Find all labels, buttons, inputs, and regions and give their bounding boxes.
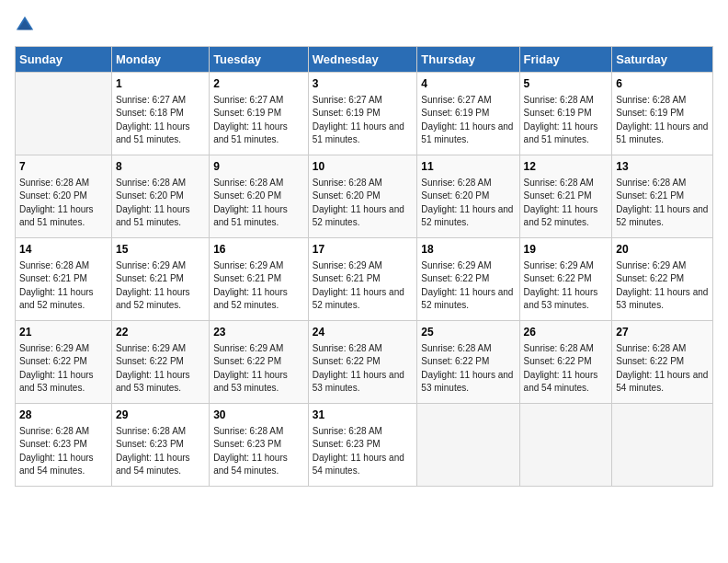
cell-info: Sunrise: 6:28 AMSunset: 6:20 PMDaylight:… [313, 177, 414, 230]
calendar-cell: 19Sunrise: 6:29 AMSunset: 6:22 PMDayligh… [519, 238, 612, 321]
calendar-cell [16, 73, 112, 155]
calendar-table: SundayMondayTuesdayWednesdayThursdayFrid… [15, 46, 713, 487]
day-number: 17 [313, 242, 414, 258]
logo-icon [15, 15, 35, 35]
calendar-cell: 11Sunrise: 6:28 AMSunset: 6:20 PMDayligh… [417, 155, 519, 238]
calendar-cell: 16Sunrise: 6:29 AMSunset: 6:21 PMDayligh… [210, 238, 309, 321]
calendar-header-row: SundayMondayTuesdayWednesdayThursdayFrid… [16, 47, 713, 73]
cell-info: Sunrise: 6:28 AMSunset: 6:23 PMDaylight:… [313, 425, 414, 478]
day-number: 9 [213, 159, 304, 175]
cell-info: Sunrise: 6:29 AMSunset: 6:22 PMDaylight:… [19, 342, 108, 396]
day-number: 2 [213, 76, 304, 92]
calendar-week-row: 28Sunrise: 6:28 AMSunset: 6:23 PMDayligh… [16, 404, 713, 487]
day-number: 11 [421, 159, 515, 175]
cell-info: Sunrise: 6:28 AMSunset: 6:19 PMDaylight:… [524, 94, 609, 147]
calendar-cell: 25Sunrise: 6:28 AMSunset: 6:22 PMDayligh… [417, 321, 519, 404]
page-header [15, 15, 713, 35]
day-number: 29 [116, 408, 205, 423]
cell-info: Sunrise: 6:28 AMSunset: 6:22 PMDaylight:… [313, 342, 414, 396]
calendar-cell: 5Sunrise: 6:28 AMSunset: 6:19 PMDaylight… [519, 73, 612, 155]
cell-info: Sunrise: 6:29 AMSunset: 6:21 PMDaylight:… [313, 259, 414, 313]
day-number: 3 [313, 76, 414, 92]
day-number: 26 [524, 325, 609, 340]
cell-info: Sunrise: 6:29 AMSunset: 6:22 PMDaylight:… [213, 342, 304, 396]
day-number: 28 [19, 408, 108, 423]
cell-info: Sunrise: 6:28 AMSunset: 6:20 PMDaylight:… [213, 177, 304, 230]
cell-info: Sunrise: 6:28 AMSunset: 6:22 PMDaylight:… [524, 342, 609, 396]
cell-info: Sunrise: 6:27 AMSunset: 6:18 PMDaylight:… [116, 94, 205, 147]
cell-info: Sunrise: 6:28 AMSunset: 6:20 PMDaylight:… [116, 177, 205, 230]
day-number: 27 [616, 325, 709, 340]
calendar-cell: 21Sunrise: 6:29 AMSunset: 6:22 PMDayligh… [16, 321, 112, 404]
cell-info: Sunrise: 6:29 AMSunset: 6:22 PMDaylight:… [116, 342, 205, 396]
calendar-cell: 7Sunrise: 6:28 AMSunset: 6:20 PMDaylight… [16, 155, 112, 238]
cell-info: Sunrise: 6:27 AMSunset: 6:19 PMDaylight:… [421, 94, 515, 147]
calendar-week-row: 21Sunrise: 6:29 AMSunset: 6:22 PMDayligh… [16, 321, 713, 404]
calendar-cell: 3Sunrise: 6:27 AMSunset: 6:19 PMDaylight… [308, 73, 417, 155]
calendar-cell: 26Sunrise: 6:28 AMSunset: 6:22 PMDayligh… [519, 321, 612, 404]
day-number: 13 [616, 159, 709, 175]
cell-info: Sunrise: 6:28 AMSunset: 6:23 PMDaylight:… [213, 425, 304, 478]
day-number: 30 [213, 408, 304, 423]
calendar-cell: 2Sunrise: 6:27 AMSunset: 6:19 PMDaylight… [210, 73, 309, 155]
column-header-saturday: Saturday [612, 47, 713, 73]
cell-info: Sunrise: 6:28 AMSunset: 6:21 PMDaylight:… [616, 177, 709, 230]
calendar-cell: 6Sunrise: 6:28 AMSunset: 6:19 PMDaylight… [612, 73, 713, 155]
cell-info: Sunrise: 6:28 AMSunset: 6:22 PMDaylight:… [616, 342, 709, 396]
day-number: 19 [524, 242, 609, 258]
cell-info: Sunrise: 6:28 AMSunset: 6:19 PMDaylight:… [616, 94, 709, 147]
cell-info: Sunrise: 6:28 AMSunset: 6:23 PMDaylight:… [19, 425, 108, 478]
calendar-cell: 29Sunrise: 6:28 AMSunset: 6:23 PMDayligh… [111, 404, 209, 487]
cell-info: Sunrise: 6:29 AMSunset: 6:21 PMDaylight:… [213, 259, 304, 313]
calendar-cell: 28Sunrise: 6:28 AMSunset: 6:23 PMDayligh… [16, 404, 112, 487]
calendar-cell: 9Sunrise: 6:28 AMSunset: 6:20 PMDaylight… [210, 155, 309, 238]
day-number: 12 [524, 159, 609, 175]
calendar-cell: 23Sunrise: 6:29 AMSunset: 6:22 PMDayligh… [210, 321, 309, 404]
cell-info: Sunrise: 6:27 AMSunset: 6:19 PMDaylight:… [313, 94, 414, 147]
calendar-cell: 27Sunrise: 6:28 AMSunset: 6:22 PMDayligh… [612, 321, 713, 404]
day-number: 6 [616, 76, 709, 92]
column-header-friday: Friday [519, 47, 612, 73]
calendar-week-row: 14Sunrise: 6:28 AMSunset: 6:21 PMDayligh… [16, 238, 713, 321]
day-number: 1 [116, 76, 205, 92]
calendar-cell [612, 404, 713, 487]
day-number: 20 [616, 242, 709, 258]
cell-info: Sunrise: 6:29 AMSunset: 6:22 PMDaylight:… [616, 259, 709, 313]
day-number: 7 [19, 159, 108, 175]
calendar-cell: 18Sunrise: 6:29 AMSunset: 6:22 PMDayligh… [417, 238, 519, 321]
day-number: 5 [524, 76, 609, 92]
calendar-week-row: 1Sunrise: 6:27 AMSunset: 6:18 PMDaylight… [16, 73, 713, 155]
day-number: 10 [313, 159, 414, 175]
calendar-cell: 8Sunrise: 6:28 AMSunset: 6:20 PMDaylight… [111, 155, 209, 238]
calendar-cell: 10Sunrise: 6:28 AMSunset: 6:20 PMDayligh… [308, 155, 417, 238]
day-number: 18 [421, 242, 515, 258]
calendar-cell: 30Sunrise: 6:28 AMSunset: 6:23 PMDayligh… [210, 404, 309, 487]
logo [15, 15, 39, 35]
day-number: 8 [116, 159, 205, 175]
day-number: 15 [116, 242, 205, 258]
day-number: 4 [421, 76, 515, 92]
calendar-cell: 15Sunrise: 6:29 AMSunset: 6:21 PMDayligh… [111, 238, 209, 321]
cell-info: Sunrise: 6:29 AMSunset: 6:22 PMDaylight:… [524, 259, 609, 313]
calendar-cell: 20Sunrise: 6:29 AMSunset: 6:22 PMDayligh… [612, 238, 713, 321]
day-number: 24 [313, 325, 414, 340]
calendar-cell: 31Sunrise: 6:28 AMSunset: 6:23 PMDayligh… [308, 404, 417, 487]
calendar-cell: 12Sunrise: 6:28 AMSunset: 6:21 PMDayligh… [519, 155, 612, 238]
calendar-cell [417, 404, 519, 487]
calendar-cell: 24Sunrise: 6:28 AMSunset: 6:22 PMDayligh… [308, 321, 417, 404]
column-header-wednesday: Wednesday [308, 47, 417, 73]
day-number: 31 [313, 408, 414, 423]
column-header-thursday: Thursday [417, 47, 519, 73]
cell-info: Sunrise: 6:28 AMSunset: 6:21 PMDaylight:… [19, 259, 108, 313]
cell-info: Sunrise: 6:29 AMSunset: 6:22 PMDaylight:… [421, 259, 515, 313]
cell-info: Sunrise: 6:28 AMSunset: 6:23 PMDaylight:… [116, 425, 205, 478]
day-number: 21 [19, 325, 108, 340]
day-number: 23 [213, 325, 304, 340]
day-number: 22 [116, 325, 205, 340]
calendar-cell [519, 404, 612, 487]
calendar-cell: 4Sunrise: 6:27 AMSunset: 6:19 PMDaylight… [417, 73, 519, 155]
cell-info: Sunrise: 6:28 AMSunset: 6:21 PMDaylight:… [524, 177, 609, 230]
calendar-cell: 13Sunrise: 6:28 AMSunset: 6:21 PMDayligh… [612, 155, 713, 238]
day-number: 25 [421, 325, 515, 340]
calendar-cell: 17Sunrise: 6:29 AMSunset: 6:21 PMDayligh… [308, 238, 417, 321]
